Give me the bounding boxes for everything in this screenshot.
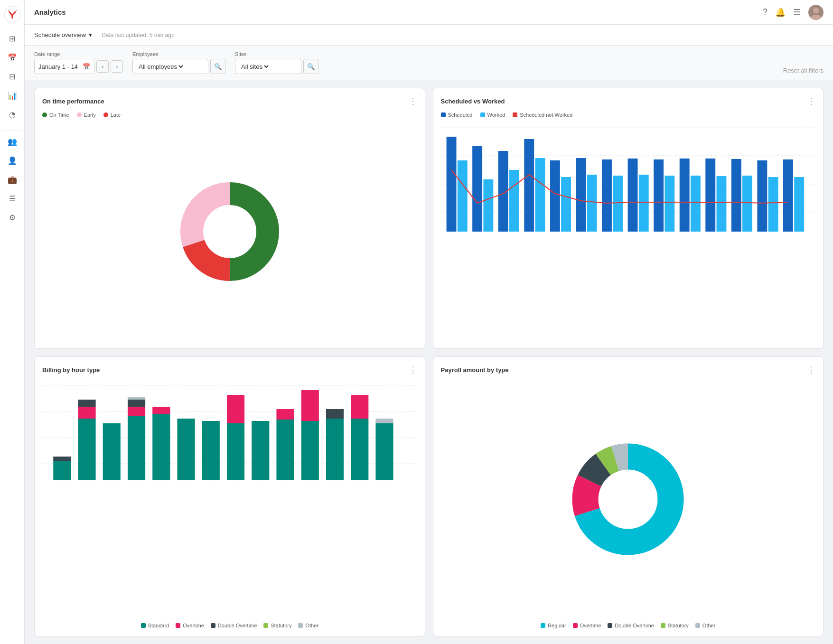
payroll-menu-icon[interactable]: ⋮ (807, 364, 815, 375)
sidebar-chart-icon[interactable]: 📊 (4, 87, 20, 103)
data-updated-label: Data last updated: 5 min ago (102, 32, 174, 38)
sites-select[interactable]: All sites (235, 59, 301, 74)
scheduled-not-worked-sq (513, 112, 517, 117)
payroll-by-type-card: Payroll amount by type ⋮ (433, 356, 824, 636)
svg-rect-67 (326, 419, 344, 480)
svg-rect-57 (152, 407, 170, 414)
billing-by-hour-card: Billing by hour type ⋮ (34, 356, 425, 636)
reset-filters-button[interactable]: Reset all filters (783, 67, 824, 74)
svg-rect-14 (446, 137, 456, 232)
svg-rect-62 (252, 421, 269, 480)
other-payroll-sq (695, 623, 700, 628)
billing-bottom-legend: Standard Overtime Double Overtime Statut… (42, 623, 417, 628)
svg-rect-23 (561, 177, 571, 232)
employees-group: Employees All employees 🔍 (132, 51, 225, 74)
filterbar: Schedule overview ▾ Data last updated: 5… (25, 25, 833, 46)
scheduled-not-worked-label: Scheduled not Worked (520, 112, 572, 118)
schedule-overview-dropdown[interactable]: Schedule overview ▾ (34, 31, 92, 38)
notification-icon[interactable]: 🔔 (775, 7, 786, 18)
svg-rect-38 (757, 160, 767, 232)
svg-rect-61 (227, 395, 244, 423)
regular-sq (541, 623, 545, 628)
svg-rect-60 (227, 423, 244, 480)
date-next-button[interactable]: › (111, 60, 123, 73)
svg-point-3 (813, 8, 819, 13)
svg-rect-41 (794, 177, 804, 232)
svg-rect-27 (613, 176, 623, 232)
sidebar-person-icon[interactable]: 👤 (4, 152, 20, 168)
dashboard: On time performance ⋮ On Time Early Late (25, 80, 833, 644)
svg-rect-50 (78, 400, 95, 407)
svg-rect-35 (716, 176, 726, 232)
overtime-sq (176, 623, 180, 628)
svg-rect-29 (638, 175, 648, 232)
legend-overtime-payroll: Overtime (573, 623, 601, 628)
scheduled-chart-svg (441, 122, 816, 236)
overtime-payroll-label: Overtime (580, 623, 601, 628)
svg-point-79 (599, 470, 657, 529)
legend-other-billing: Other (298, 623, 318, 628)
scheduled-sq (441, 112, 446, 117)
sites-group: Sites All sites 🔍 (235, 51, 318, 74)
on-time-menu-icon[interactable]: ⋮ (409, 96, 417, 106)
billing-menu-icon[interactable]: ⋮ (409, 364, 417, 375)
early-dot (77, 112, 82, 117)
legend-regular: Regular (541, 623, 566, 628)
svg-rect-52 (128, 416, 145, 480)
date-range-label: Date range (34, 51, 123, 57)
date-prev-button[interactable]: ‹ (96, 60, 109, 73)
topbar-left: Analytics (34, 8, 66, 16)
svg-rect-22 (550, 160, 560, 232)
avatar[interactable] (808, 5, 824, 20)
statutory-payroll-sq (661, 623, 665, 628)
sidebar-pie-icon[interactable]: ◔ (4, 106, 20, 122)
employees-search-button[interactable]: 🔍 (210, 59, 225, 74)
payroll-donut-chart (562, 433, 694, 566)
sidebar-filter-icon[interactable]: ⊟ (4, 68, 20, 84)
sites-search-button[interactable]: 🔍 (303, 59, 318, 74)
svg-rect-49 (78, 407, 95, 419)
sites-dropdown[interactable]: All sites (239, 63, 270, 71)
statutory-payroll-label: Statutory (668, 623, 689, 628)
help-icon[interactable]: ? (763, 7, 767, 17)
sidebar-settings-icon[interactable]: ⚙ (4, 209, 20, 225)
svg-rect-26 (602, 159, 612, 232)
app-logo-icon[interactable] (4, 6, 21, 23)
schedule-overview-label: Schedule overview (34, 31, 86, 38)
menu-lines-icon[interactable]: ☰ (793, 7, 801, 18)
date-range-value: January 1 - 14 (38, 63, 78, 70)
scheduled-header: Scheduled vs Worked ⋮ (441, 96, 816, 106)
early-label: Early (84, 112, 96, 118)
scheduled-title: Scheduled vs Worked (441, 98, 505, 105)
on-time-label: On Time (49, 112, 69, 118)
scheduled-menu-icon[interactable]: ⋮ (807, 96, 815, 106)
late-label: Late (111, 112, 121, 118)
legend-early: Early (77, 112, 96, 118)
employees-dropdown[interactable]: All employees (137, 63, 185, 71)
svg-rect-33 (690, 176, 700, 232)
date-range-group: Date range January 1 - 14 📅 ‹ › (34, 51, 123, 74)
statutory-sq (263, 623, 268, 628)
sidebar-calendar-icon[interactable]: 📅 (4, 49, 20, 65)
date-range-input[interactable]: January 1 - 14 📅 (34, 59, 94, 74)
sidebar-grid-icon[interactable]: ⊞ (4, 30, 20, 47)
billing-chart-svg (42, 381, 417, 485)
svg-rect-56 (152, 414, 170, 480)
other-payroll-label: Other (702, 623, 716, 628)
svg-rect-70 (351, 395, 368, 419)
svg-rect-21 (535, 158, 545, 232)
worked-sq (480, 112, 485, 117)
svg-rect-32 (679, 159, 689, 232)
billing-title: Billing by hour type (42, 366, 100, 373)
employees-select[interactable]: All employees (132, 59, 208, 74)
standard-label: Standard (148, 623, 169, 628)
sidebar-users-icon[interactable]: 👥 (4, 133, 20, 149)
legend-other-payroll: Other (695, 623, 716, 628)
payroll-bottom-legend: Regular Overtime Double Overtime Statuto… (441, 623, 816, 628)
sidebar-list-icon[interactable]: ☰ (4, 190, 20, 206)
svg-rect-54 (128, 400, 145, 407)
double-overtime-label: Double Overtime (218, 623, 257, 628)
main-area: Analytics ? 🔔 ☰ Schedule overview ▾ Data… (25, 0, 833, 644)
svg-rect-31 (665, 176, 674, 232)
sidebar-briefcase-icon[interactable]: 💼 (4, 171, 20, 187)
